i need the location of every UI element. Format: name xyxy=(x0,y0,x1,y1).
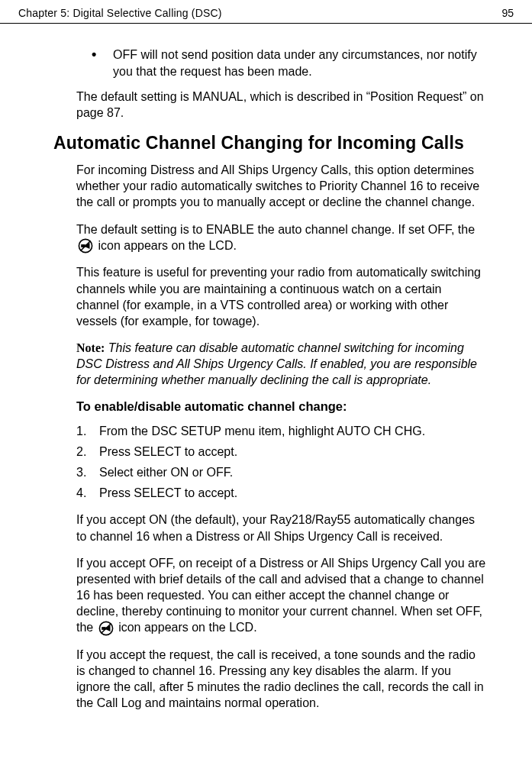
bullet-off: • OFF will not send position data under … xyxy=(92,47,486,79)
step-2-text: Press SELECT to accept. xyxy=(99,444,486,460)
page-header: Chapter 5: Digital Selective Calling (DS… xyxy=(0,0,532,24)
page-content: • OFF will not send position data under … xyxy=(0,24,532,737)
paragraph-default-enable-a: The default setting is to ENABLE the aut… xyxy=(76,223,475,236)
step-4-text: Press SELECT to accept. xyxy=(99,485,486,501)
chapter-label: Chapter 5: Digital Selective Calling (DS… xyxy=(18,6,222,20)
step-1-text: From the DSC SETUP menu item, highlight … xyxy=(99,423,486,439)
step-1-number: 1. xyxy=(76,423,99,439)
page-number: 95 xyxy=(501,6,514,20)
paragraph-accept-request: If you accept the request, the call is r… xyxy=(76,647,486,711)
step-3-text: Select either ON or OFF. xyxy=(99,464,486,480)
step-2: 2. Press SELECT to accept. xyxy=(76,444,486,460)
bullet-off-text: OFF will not send position data under an… xyxy=(113,47,486,79)
paragraph-accept-off-b: icon appears on the LCD. xyxy=(118,621,256,634)
step-4-number: 4. xyxy=(76,485,99,501)
paragraph-accept-off: If you accept OFF, on receipt of a Distr… xyxy=(76,555,486,636)
note-paragraph: Note: This feature can disable automatic… xyxy=(76,340,486,388)
step-3: 3. Select either ON or OFF. xyxy=(76,464,486,480)
step-1: 1. From the DSC SETUP menu item, highlig… xyxy=(76,423,486,439)
step-2-number: 2. xyxy=(76,444,99,460)
paragraph-default-enable: The default setting is to ENABLE the aut… xyxy=(76,221,486,254)
no-auto-channel-icon xyxy=(78,238,93,253)
step-3-number: 3. xyxy=(76,464,99,480)
step-4: 4. Press SELECT to accept. xyxy=(76,485,486,501)
subheading-procedure: To enable/disable automatic channel chan… xyxy=(76,399,486,415)
bullet-dot: • xyxy=(92,47,113,63)
paragraph-default-manual: The default setting is MANUAL, which is … xyxy=(76,89,486,121)
paragraph-accept-on: If you accept ON (the default), your Ray… xyxy=(76,512,486,544)
no-auto-channel-icon xyxy=(98,621,114,636)
heading-auto-channel: Automatic Channel Changing for Incoming … xyxy=(53,131,486,154)
paragraph-useful: This feature is useful for preventing yo… xyxy=(76,264,486,328)
note-body: This feature can disable automatic chann… xyxy=(76,341,477,386)
paragraph-default-enable-b: icon appears on the LCD. xyxy=(98,239,236,252)
paragraph-intro: For incoming Distress and All Ships Urge… xyxy=(76,162,486,210)
note-label: Note: xyxy=(76,341,105,354)
